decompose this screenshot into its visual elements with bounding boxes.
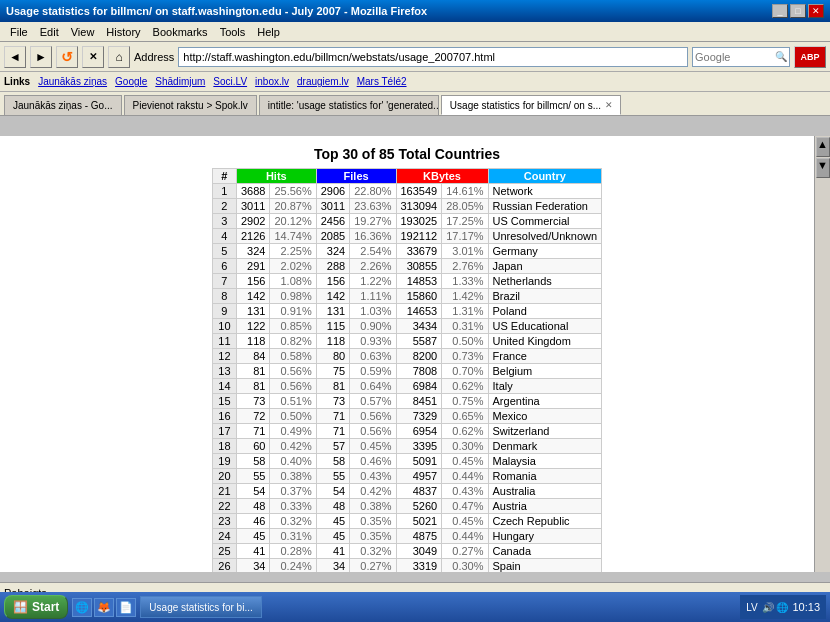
- cell-files-pct: 23.63%: [350, 199, 396, 214]
- cell-country: United Kingdom: [488, 334, 602, 349]
- cell-hits: 3688: [236, 184, 269, 199]
- menu-history[interactable]: History: [100, 25, 146, 39]
- window-controls[interactable]: _ □ ✕: [772, 4, 824, 18]
- tab-1[interactable]: Jaunākās ziņas - Go...: [4, 95, 122, 115]
- scrollbar-up-button[interactable]: ▲: [816, 137, 830, 157]
- menu-edit[interactable]: Edit: [34, 25, 65, 39]
- cell-files-pct: 19.27%: [350, 214, 396, 229]
- cell-country: Brazil: [488, 289, 602, 304]
- cell-kbytes: 5260: [396, 499, 442, 514]
- links-bar: Links Jaunākās ziņas Google Shādimjum So…: [0, 72, 830, 92]
- table-row: 17 71 0.49% 71 0.56% 6954 0.62% Switzerl…: [212, 424, 601, 439]
- cell-hits-pct: 0.38%: [270, 469, 316, 484]
- cell-num: 4: [212, 229, 236, 244]
- cell-kbytes-pct: 0.30%: [442, 559, 488, 573]
- taskbar-icon-3[interactable]: 📄: [116, 598, 136, 617]
- home-button[interactable]: ⌂: [108, 46, 130, 68]
- table-row: 23 46 0.32% 45 0.35% 5021 0.45% Czech Re…: [212, 514, 601, 529]
- search-icon[interactable]: 🔍: [775, 51, 787, 62]
- menu-file[interactable]: File: [4, 25, 34, 39]
- table-row: 2 3011 20.87% 3011 23.63% 313094 28.05% …: [212, 199, 601, 214]
- cell-kbytes: 6984: [396, 379, 442, 394]
- vertical-scrollbar[interactable]: ▲ ▼: [814, 136, 830, 572]
- table-row: 14 81 0.56% 81 0.64% 6984 0.62% Italy: [212, 379, 601, 394]
- menu-bookmarks[interactable]: Bookmarks: [147, 25, 214, 39]
- stop-button[interactable]: ✕: [82, 46, 104, 68]
- cell-kbytes-pct: 0.73%: [442, 349, 488, 364]
- scrollbar-down-button[interactable]: ▼: [816, 158, 830, 178]
- cell-files-pct: 2.54%: [350, 244, 396, 259]
- taskbar-icon-2[interactable]: 🦊: [94, 598, 114, 617]
- cell-kbytes: 4957: [396, 469, 442, 484]
- minimize-button[interactable]: _: [772, 4, 788, 18]
- menu-tools[interactable]: Tools: [214, 25, 252, 39]
- taskbar-item-1[interactable]: Usage statistics for bi...: [140, 596, 261, 618]
- reload-button[interactable]: ↺: [56, 46, 78, 68]
- tab-4-close-icon[interactable]: ✕: [605, 100, 613, 110]
- cell-hits: 55: [236, 469, 269, 484]
- cell-files: 324: [316, 244, 349, 259]
- close-button[interactable]: ✕: [808, 4, 824, 18]
- table-row: 19 58 0.40% 58 0.46% 5091 0.45% Malaysia: [212, 454, 601, 469]
- table-row: 21 54 0.37% 54 0.42% 4837 0.43% Australi…: [212, 484, 601, 499]
- table-row: 7 156 1.08% 156 1.22% 14853 1.33% Nether…: [212, 274, 601, 289]
- link-draugiem[interactable]: draugiem.lv: [297, 76, 349, 87]
- cell-files-pct: 1.11%: [350, 289, 396, 304]
- taskbar-icon-1[interactable]: 🌐: [72, 598, 92, 617]
- menu-view[interactable]: View: [65, 25, 101, 39]
- cell-hits-pct: 0.56%: [270, 364, 316, 379]
- link-sociLV[interactable]: Soci.LV: [213, 76, 247, 87]
- cell-files: 2906: [316, 184, 349, 199]
- cell-kbytes: 8451: [396, 394, 442, 409]
- cell-hits-pct: 20.87%: [270, 199, 316, 214]
- link-mars[interactable]: Mars Télé2: [357, 76, 407, 87]
- cell-kbytes: 6954: [396, 424, 442, 439]
- cell-files: 81: [316, 379, 349, 394]
- cell-files-pct: 0.35%: [350, 514, 396, 529]
- stats-table: # Hits Files KBytes Country 1 3688 25.56…: [212, 168, 602, 572]
- link-inbox[interactable]: inbox.lv: [255, 76, 289, 87]
- cell-files-pct: 0.32%: [350, 544, 396, 559]
- cell-country: Spain: [488, 559, 602, 573]
- menu-help[interactable]: Help: [251, 25, 286, 39]
- cell-kbytes-pct: 0.75%: [442, 394, 488, 409]
- taskbar-lang: LV: [746, 602, 758, 613]
- cell-kbytes-pct: 0.31%: [442, 319, 488, 334]
- cell-hits: 71: [236, 424, 269, 439]
- back-button[interactable]: ◄: [4, 46, 26, 68]
- tab-4[interactable]: Usage statistics for billmcn/ on s... ✕: [441, 95, 621, 115]
- taskbar-icons-sys: 🔊 🌐: [762, 602, 789, 613]
- cell-hits: 81: [236, 364, 269, 379]
- cell-files-pct: 0.57%: [350, 394, 396, 409]
- cell-kbytes-pct: 0.45%: [442, 514, 488, 529]
- cell-hits: 156: [236, 274, 269, 289]
- link-shadowpus[interactable]: Shādimjum: [155, 76, 205, 87]
- cell-num: 15: [212, 394, 236, 409]
- forward-button[interactable]: ►: [30, 46, 52, 68]
- cell-kbytes: 193025: [396, 214, 442, 229]
- table-row: 6 291 2.02% 288 2.26% 30855 2.76% Japan: [212, 259, 601, 274]
- cell-country: Poland: [488, 304, 602, 319]
- table-row: 8 142 0.98% 142 1.11% 15860 1.42% Brazil: [212, 289, 601, 304]
- addon-button[interactable]: ABP: [794, 46, 826, 68]
- link-jaunakais[interactable]: Jaunākās ziņas: [38, 76, 107, 87]
- cell-hits-pct: 0.40%: [270, 454, 316, 469]
- maximize-button[interactable]: □: [790, 4, 806, 18]
- tab-3[interactable]: intitle: 'usage statistics for' 'generat…: [259, 95, 439, 115]
- cell-files: 71: [316, 409, 349, 424]
- tab-2[interactable]: Pievienot rakstu > Spok.lv: [124, 95, 257, 115]
- cell-hits-pct: 0.42%: [270, 439, 316, 454]
- cell-hits-pct: 0.37%: [270, 484, 316, 499]
- cell-hits: 2902: [236, 214, 269, 229]
- link-google[interactable]: Google: [115, 76, 147, 87]
- table-row: 4 2126 14.74% 2085 16.36% 192112 17.17% …: [212, 229, 601, 244]
- cell-kbytes: 14653: [396, 304, 442, 319]
- search-input[interactable]: [695, 51, 775, 63]
- cell-hits-pct: 0.98%: [270, 289, 316, 304]
- cell-hits-pct: 20.12%: [270, 214, 316, 229]
- start-button[interactable]: 🪟 Start: [4, 595, 68, 619]
- address-input[interactable]: [178, 47, 688, 67]
- address-label: Address: [134, 51, 174, 63]
- cell-num: 12: [212, 349, 236, 364]
- cell-num: 3: [212, 214, 236, 229]
